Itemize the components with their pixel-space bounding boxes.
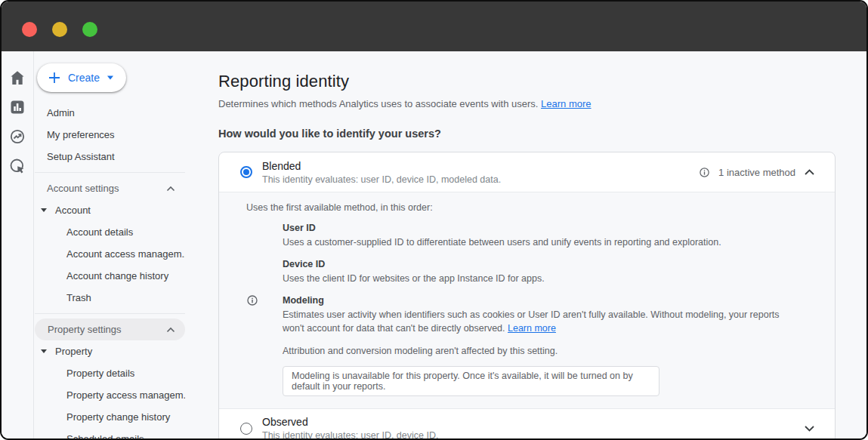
chevron-down-icon xyxy=(107,75,114,81)
method-name: Modeling xyxy=(283,295,793,306)
sidebar-item-label: Admin xyxy=(47,107,75,118)
option-blended-text: Blended This identity evaluates: user ID… xyxy=(262,160,699,185)
section-header-label: Property settings xyxy=(48,324,122,335)
chevron-up-icon[interactable] xyxy=(804,168,815,176)
close-window-button[interactable] xyxy=(22,22,37,37)
inactive-method-badge: 1 inactive method xyxy=(718,167,795,178)
sidebar-group-property[interactable]: Property xyxy=(34,340,185,362)
chevron-down-icon[interactable] xyxy=(804,425,815,432)
chevron-up-icon xyxy=(166,186,175,192)
method-name: Device ID xyxy=(283,259,793,269)
chevron-up-icon xyxy=(166,327,175,333)
method-device-id: Device ID Uses the client ID for website… xyxy=(283,259,793,285)
option-observed-title: Observed xyxy=(262,416,804,428)
app-window: Create Admin My preferences Setup Assist… xyxy=(0,0,868,440)
method-user-id: User ID Uses a customer-supplied ID to d… xyxy=(283,223,793,249)
option-observed[interactable]: Observed This identity evaluates: user I… xyxy=(219,409,835,439)
sidebar-item-my-preferences[interactable]: My preferences xyxy=(34,124,185,146)
explore-icon[interactable] xyxy=(8,128,26,146)
method-description: Estimates user activity when identifiers… xyxy=(283,308,793,335)
create-button-label: Create xyxy=(68,72,100,84)
sidebar-item-scheduled-emails[interactable]: Scheduled emails xyxy=(34,428,185,438)
app-body: Create Admin My preferences Setup Assist… xyxy=(2,51,866,438)
sidebar-item-property-details[interactable]: Property details xyxy=(34,362,185,384)
learn-more-link[interactable]: Learn more xyxy=(508,323,556,334)
page-description: Determines which methods Analytics uses … xyxy=(218,98,836,109)
sidebar-item-label: Property details xyxy=(66,368,134,379)
option-observed-text: Observed This identity evaluates: user I… xyxy=(262,416,804,438)
radio-observed-unselected[interactable] xyxy=(240,423,252,435)
sidebar-item-account-access-management[interactable]: Account access managem... xyxy=(34,243,185,265)
sidebar-item-property-change-history[interactable]: Property change history xyxy=(34,406,185,428)
radio-blended-selected[interactable] xyxy=(240,166,252,178)
sidebar-item-setup-assistant[interactable]: Setup Assistant xyxy=(34,146,185,168)
sidebar-item-label: Property change history xyxy=(66,411,170,423)
page-description-text: Determines which methods Analytics uses … xyxy=(218,98,538,109)
section-header-property-settings[interactable]: Property settings xyxy=(35,318,185,340)
sidebar-item-account-change-history[interactable]: Account change history xyxy=(34,265,185,287)
page-title: Reporting identity xyxy=(218,72,836,91)
sidebar-item-label: Setup Assistant xyxy=(47,151,115,162)
sidebar-item-label: Account access managem... xyxy=(66,248,185,260)
caret-down-icon xyxy=(41,208,47,212)
method-description: Uses a customer-supplied ID to different… xyxy=(283,235,793,249)
method-name: User ID xyxy=(283,223,793,233)
sidebar-divider xyxy=(35,313,185,314)
zoom-window-button[interactable] xyxy=(82,22,97,37)
main-content: Reporting identity Determines which meth… xyxy=(185,51,866,438)
advertising-icon[interactable] xyxy=(8,157,26,175)
sidebar-item-label: Scheduled emails xyxy=(66,433,144,438)
create-button[interactable]: Create xyxy=(37,63,126,92)
method-modeling: Modeling Estimates user activity when id… xyxy=(283,295,793,355)
sidebar-item-property-access-management[interactable]: Property access managem... xyxy=(34,384,185,406)
plus-icon xyxy=(48,71,61,85)
option-blended[interactable]: Blended This identity evaluates: user ID… xyxy=(219,152,835,192)
window-titlebar xyxy=(2,2,866,51)
info-icon xyxy=(246,294,258,309)
nav-rail xyxy=(2,51,34,438)
identity-question: How would you like to identify your user… xyxy=(218,128,836,140)
sidebar-group-label: Property xyxy=(55,346,92,357)
admin-sidebar: Create Admin My preferences Setup Assist… xyxy=(34,51,185,438)
modeling-unavailable-callout: Modeling is unavailable for this propert… xyxy=(283,366,659,396)
reports-icon[interactable] xyxy=(8,98,26,116)
info-icon[interactable] xyxy=(699,167,710,178)
sidebar-item-account-details[interactable]: Account details xyxy=(34,221,185,243)
option-blended-description: This identity evaluates: user ID, device… xyxy=(262,174,699,185)
sidebar-item-label: Account change history xyxy=(66,270,168,282)
sidebar-group-account[interactable]: Account xyxy=(34,199,185,221)
sidebar-group-label: Account xyxy=(55,205,91,216)
sidebar-item-label: Property access managem... xyxy=(66,389,185,401)
option-observed-description: This identity evaluates: user ID, device… xyxy=(262,430,804,438)
home-icon[interactable] xyxy=(8,69,26,87)
option-blended-title: Blended xyxy=(262,160,699,172)
methods-intro: Uses the first available method, in this… xyxy=(246,202,800,213)
sidebar-divider xyxy=(35,172,185,173)
minimize-window-button[interactable] xyxy=(52,22,67,37)
sidebar-item-admin[interactable]: Admin xyxy=(34,102,185,124)
sidebar-item-label: My preferences xyxy=(47,129,115,140)
section-header-label: Account settings xyxy=(47,183,119,194)
learn-more-link[interactable]: Learn more xyxy=(541,98,591,109)
sidebar-item-trash[interactable]: Trash xyxy=(34,287,185,309)
modeling-note: Attribution and conversion modeling aren… xyxy=(283,346,793,356)
blended-expanded-panel: Uses the first available method, in this… xyxy=(219,192,835,409)
option-observed-right xyxy=(804,425,815,432)
identity-options-card: Blended This identity evaluates: user ID… xyxy=(218,152,836,438)
sidebar-item-label: Trash xyxy=(66,292,91,303)
sidebar-item-label: Account details xyxy=(66,226,133,238)
option-blended-right: 1 inactive method xyxy=(699,167,815,178)
section-header-account-settings[interactable]: Account settings xyxy=(34,177,185,199)
caret-down-icon xyxy=(41,349,47,353)
method-description: Uses the client ID for websites or the a… xyxy=(283,272,793,285)
